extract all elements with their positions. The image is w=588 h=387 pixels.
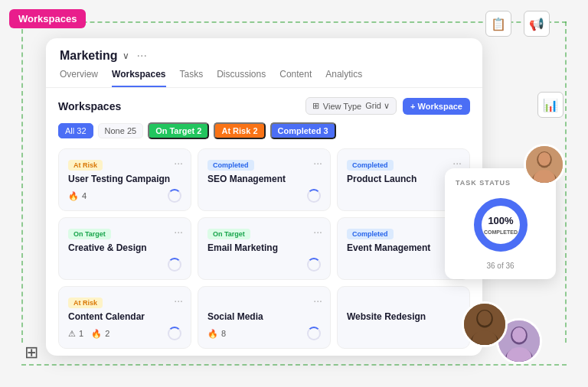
svg-text:COMPLETED: COMPLETED: [484, 229, 518, 235]
tab-content[interactable]: Content: [279, 69, 312, 87]
chart-icon[interactable]: 📊: [537, 92, 564, 118]
card-title: User Testing Campaign: [68, 174, 181, 184]
avatar-svg-2: [464, 301, 505, 347]
progress-spinner: [168, 189, 181, 203]
card-meta: 🔥 4: [68, 189, 181, 203]
card-meta: [347, 189, 460, 203]
panel-title-row: Marketing ∨ ···: [60, 49, 469, 63]
card-meta: ⚠ 1 🔥 2: [68, 327, 181, 340]
panel-tabs: Overview Workspaces Tasks Discussions Co…: [60, 69, 469, 87]
card-title: Creative & Design: [68, 242, 181, 253]
fire-count: 4: [82, 191, 87, 200]
card-menu-dots[interactable]: ···: [313, 157, 322, 169]
panel-title-arrow[interactable]: ∨: [122, 50, 129, 61]
card-seo: Completed ··· SEO Management: [198, 148, 331, 211]
panel-title-dots[interactable]: ···: [137, 49, 147, 63]
grid-icon: ⊞: [312, 101, 319, 111]
status-badge-at-risk: At Risk: [68, 298, 103, 308]
svg-point-12: [478, 311, 492, 326]
tab-workspaces[interactable]: Workspaces: [112, 69, 165, 87]
task-status-card: TASK STATUS 100% COMPLETED 36 of 36: [445, 168, 556, 279]
workspaces-header-row: Workspaces ⊞ View Type Grid ∨ + Workspac…: [58, 97, 470, 115]
donut-chart: 100% COMPLETED: [456, 194, 545, 255]
status-badge-on-target: On Target: [207, 229, 250, 239]
status-badge-completed: Completed: [347, 160, 394, 171]
dashed-right: [565, 21, 567, 343]
donut-svg: 100% COMPLETED: [470, 194, 531, 255]
dashed-left: [21, 21, 23, 343]
filter-at-risk[interactable]: At Risk 2: [214, 122, 265, 139]
card-menu-dots[interactable]: ···: [313, 226, 322, 238]
card-social-media: · ··· Social Media 🔥 8: [198, 286, 331, 349]
card-website-redesign: · Website Redesign: [337, 286, 470, 349]
filter-all[interactable]: All 32: [58, 123, 93, 138]
tab-overview[interactable]: Overview: [60, 69, 98, 87]
card-menu-dots[interactable]: ···: [452, 157, 462, 169]
card-menu-dots[interactable]: ···: [174, 226, 183, 238]
card-menu-dots[interactable]: ···: [313, 294, 322, 307]
top-right-icons: 📋 📢: [485, 11, 550, 37]
card-title: Social Media: [207, 311, 321, 322]
card-icons-row: ⚠ 1 🔥 2: [68, 329, 109, 339]
tab-analytics[interactable]: Analytics: [325, 69, 362, 87]
card-title: Website Redesign: [347, 311, 460, 322]
add-workspace-button[interactable]: + Workspace: [403, 98, 470, 115]
card-user-testing: At Risk ··· User Testing Campaign 🔥 4: [58, 148, 191, 211]
tab-tasks[interactable]: Tasks: [180, 69, 204, 87]
panel-header: Marketing ∨ ··· Overview Workspaces Task…: [46, 38, 482, 88]
card-meta: [68, 258, 181, 272]
status-badge-at-risk: At Risk: [68, 160, 103, 171]
card-title: Email Marketing: [207, 242, 321, 253]
task-count: 36 of 36: [456, 262, 545, 270]
svg-point-7: [538, 152, 550, 166]
card-meta: [207, 189, 321, 203]
panel-title: Marketing: [60, 49, 118, 63]
svg-text:100%: 100%: [488, 215, 514, 226]
card-menu-dots[interactable]: ···: [174, 157, 183, 169]
avatar-face-1: [526, 146, 563, 183]
card-title: Content Calendar: [68, 311, 181, 322]
workspaces-badge: Workspaces: [9, 9, 86, 28]
card-icons-row: 🔥 4: [68, 191, 87, 201]
view-type-button[interactable]: ⊞ View Type Grid ∨: [305, 97, 397, 115]
svg-point-17: [512, 327, 526, 343]
filter-row: All 32 None 25 On Target 2 At Risk 2 Com…: [58, 122, 470, 139]
progress-spinner: [168, 258, 181, 272]
filter-completed[interactable]: Completed 3: [270, 122, 336, 139]
status-badge-completed: Completed: [207, 160, 254, 171]
main-panel: Marketing ∨ ··· Overview Workspaces Task…: [46, 38, 482, 356]
progress-spinner: [168, 327, 181, 340]
view-type-mode: Grid ∨: [365, 101, 390, 111]
card-content-calendar: At Risk ··· Content Calendar ⚠ 1 🔥 2: [58, 286, 191, 349]
stack-icon: ⊞: [24, 343, 38, 363]
note-icon[interactable]: 📋: [485, 11, 511, 37]
card-title: Product Launch: [347, 174, 460, 184]
card-title: SEO Management: [207, 174, 321, 184]
card-meta: [207, 258, 321, 272]
card-menu-dots[interactable]: ···: [174, 294, 183, 307]
workspaces-section-title: Workspaces: [58, 100, 121, 112]
filter-on-target[interactable]: On Target 2: [148, 122, 209, 139]
card-meta: 🔥 8: [207, 327, 321, 340]
card-icons-row: 🔥 8: [207, 329, 226, 339]
panel-body: Workspaces ⊞ View Type Grid ∨ + Workspac…: [46, 88, 482, 356]
workspace-cards-grid: At Risk ··· User Testing Campaign 🔥 4 Co…: [58, 148, 470, 349]
card-creative-design: On Target ··· Creative & Design: [58, 217, 191, 280]
card-title: Event Management: [347, 242, 460, 253]
status-badge-completed: Completed: [347, 229, 394, 239]
avatar-face-2: [464, 304, 505, 345]
avatar-2: [462, 301, 508, 347]
progress-spinner: [307, 327, 321, 340]
progress-spinner: [307, 258, 321, 272]
avatar-svg-1: [526, 144, 563, 185]
avatar-1: [524, 144, 565, 185]
bell-icon[interactable]: 📢: [524, 11, 550, 37]
status-badge-on-target: On Target: [68, 229, 111, 239]
card-email-marketing: On Target ··· Email Marketing: [198, 217, 331, 280]
tab-discussions[interactable]: Discussions: [217, 69, 266, 87]
view-type-label: View Type: [323, 102, 361, 111]
filter-none[interactable]: None 25: [98, 123, 144, 138]
progress-spinner: [307, 189, 321, 203]
dashed-bottom: [21, 364, 567, 366]
